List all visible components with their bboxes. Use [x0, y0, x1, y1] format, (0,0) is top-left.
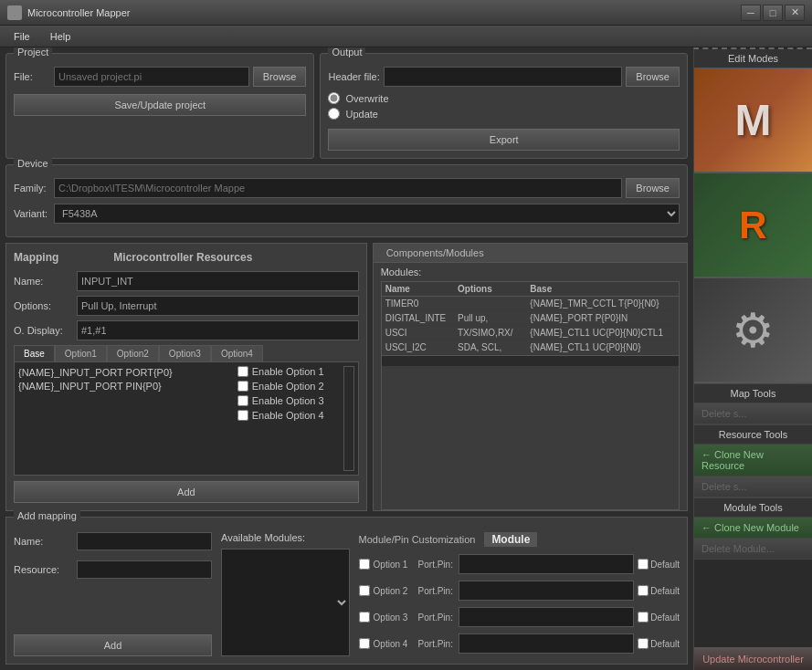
- pin-option2-default: Default: [638, 585, 680, 596]
- table-row[interactable]: USCI TX/SIMO,RX/ {NAME}_CTL1 UC{P0}{N0}C…: [382, 326, 679, 340]
- clone-resource-button[interactable]: ← Clone New Resource: [694, 445, 812, 476]
- minimize-button[interactable]: ─: [741, 5, 761, 21]
- device-browse-button[interactable]: Browse: [626, 178, 680, 198]
- table-scroll[interactable]: TIMER0 {NAME}_TMR_CCTL T{P0}{N0} DIGITAL…: [382, 297, 679, 355]
- pin-option3-default-checkbox[interactable]: [638, 612, 649, 623]
- mapping-title: Mapping: [14, 251, 58, 264]
- option4-checkbox[interactable]: [237, 410, 248, 421]
- pin-option3-input[interactable]: [459, 607, 635, 627]
- main-layout: Project File: Browse Save/Update project…: [0, 47, 812, 670]
- table-row[interactable]: DIGITAL_INTE Pull up, {NAME}_PORT P{P0}I…: [382, 311, 679, 326]
- mapping-add-button[interactable]: Add: [14, 481, 359, 503]
- pin-option4-default-checkbox[interactable]: [638, 638, 649, 649]
- add-mapping-add-button[interactable]: Add: [14, 634, 212, 656]
- pin-option3-checkbox[interactable]: [359, 612, 370, 623]
- mapping-name-label: Name:: [14, 276, 73, 287]
- mapping-odisplay-label: O. Display:: [14, 325, 73, 336]
- row-1-base: {NAME}_PORT P{P0}IN: [530, 313, 675, 323]
- mapping-scrollbar[interactable]: [343, 366, 354, 471]
- add-name-input[interactable]: [77, 532, 212, 550]
- menu-file[interactable]: File: [4, 28, 40, 45]
- option1-checkbox[interactable]: [237, 366, 248, 377]
- add-mapping-panel: Add mapping Name: Resource: Add: [5, 517, 688, 665]
- pin-option1-port-label: Port.Pin:: [418, 560, 455, 570]
- tab-option4[interactable]: Option4: [211, 345, 263, 361]
- clone-module-button[interactable]: ← Clone New Module: [694, 518, 812, 539]
- pin-option4-checkbox[interactable]: [359, 638, 370, 649]
- col-base: Base: [530, 284, 675, 294]
- add-left: Name: Resource: Add: [14, 532, 212, 656]
- table-row[interactable]: USCI_I2C SDA, SCL, {NAME}_CTL1 UC{P0}{N0…: [382, 340, 679, 355]
- pin-option1-checkbox[interactable]: [359, 559, 370, 570]
- option2-checkbox[interactable]: [237, 381, 248, 392]
- add-resource-label: Resource:: [14, 564, 73, 575]
- mapping-options-input[interactable]: [77, 296, 359, 316]
- project-file-input[interactable]: [54, 67, 249, 87]
- table-row[interactable]: TIMER0 {NAME}_TMR_CCTL T{P0}{N0}: [382, 297, 679, 311]
- pin-option2-port-label: Port.Pin:: [418, 586, 455, 596]
- components-h-scrollbar[interactable]: [382, 355, 679, 366]
- resource-tools-label: Resource Tools: [694, 424, 812, 445]
- add-resource-row: Resource:: [14, 560, 212, 579]
- maximize-button[interactable]: □: [763, 5, 783, 21]
- output-overwrite-label: Overwrite: [345, 93, 388, 104]
- tab-option3[interactable]: Option3: [159, 345, 211, 361]
- tab-option2[interactable]: Option2: [107, 345, 159, 361]
- device-label: Device: [14, 158, 52, 169]
- option4-label: Enable Option 4: [252, 410, 324, 421]
- close-button[interactable]: ✕: [785, 5, 805, 21]
- output-overwrite-radio[interactable]: [328, 92, 340, 104]
- add-name-row: Name:: [14, 532, 212, 550]
- mapping-options-row: Options:: [14, 296, 359, 316]
- device-family-input[interactable]: [54, 178, 622, 198]
- mapping-panel: Mapping Microcontroller Resources Name: …: [5, 243, 367, 511]
- pin-option4-input[interactable]: [459, 633, 635, 654]
- output-export-button[interactable]: Export: [328, 129, 680, 151]
- map-delete-button[interactable]: Delete s...: [694, 403, 812, 424]
- row-2-options: TX/SIMO,RX/: [458, 328, 530, 338]
- project-save-button[interactable]: Save/Update project: [14, 94, 306, 116]
- board-image-2[interactable]: R: [694, 173, 812, 278]
- output-header-label: Header file:: [328, 71, 379, 82]
- tab-base[interactable]: Base: [14, 345, 55, 361]
- output-update-radio[interactable]: [328, 108, 340, 120]
- tab-content-base: {NAME}_INPUT_PORT PORT{P0} {NAME}_INPUT_…: [14, 361, 359, 476]
- mapping-name-input[interactable]: [77, 271, 359, 291]
- menu-help[interactable]: Help: [40, 28, 81, 45]
- pin-option1-input[interactable]: [459, 554, 635, 574]
- components-tab[interactable]: Components/Modules: [374, 244, 687, 263]
- pin-option2-checkbox[interactable]: [359, 585, 370, 596]
- pin-option2-default-checkbox[interactable]: [638, 585, 649, 596]
- device-variant-label: Variant:: [14, 208, 50, 219]
- board-image-3[interactable]: ⚙: [694, 278, 812, 383]
- add-resource-input[interactable]: [77, 560, 212, 579]
- available-modules-select[interactable]: [221, 549, 350, 656]
- output-browse-button[interactable]: Browse: [626, 67, 680, 87]
- row-3-base: {NAME}_CTL1 UC{P0}{N0}: [530, 342, 675, 352]
- mapping-options-label: Options:: [14, 300, 73, 311]
- delete-module-button[interactable]: Delete Module...: [694, 539, 812, 560]
- option1-row: Enable Option 1: [237, 366, 338, 377]
- update-microcontroller-button[interactable]: Update Microcontroller: [694, 647, 812, 670]
- output-label: Output: [328, 47, 365, 58]
- middle-row: Mapping Microcontroller Resources Name: …: [5, 243, 688, 511]
- board-image-1-bg: M: [694, 68, 812, 172]
- content-area: Project File: Browse Save/Update project…: [0, 47, 693, 670]
- output-overwrite-row: Overwrite: [328, 92, 680, 104]
- option1-label: Enable Option 1: [252, 366, 324, 377]
- delete-resource-button[interactable]: Delete s...: [694, 476, 812, 497]
- top-row: Project File: Browse Save/Update project…: [5, 53, 688, 159]
- device-variant-select[interactable]: F5438A: [54, 204, 680, 224]
- option3-checkbox[interactable]: [237, 395, 248, 406]
- pin-option4-default: Default: [638, 638, 680, 649]
- pin-option2-input[interactable]: [459, 581, 635, 601]
- pin-option1-default-checkbox[interactable]: [638, 559, 649, 570]
- option4-row: Enable Option 4: [237, 410, 338, 421]
- row-1-options: Pull up,: [458, 313, 530, 323]
- output-radio-group: Overwrite Update: [328, 92, 680, 120]
- output-header-input[interactable]: [384, 67, 623, 87]
- tab-option1[interactable]: Option1: [55, 345, 107, 361]
- mapping-odisplay-input[interactable]: [77, 320, 359, 340]
- board-image-1[interactable]: M: [694, 68, 812, 173]
- project-browse-button[interactable]: Browse: [253, 67, 307, 87]
